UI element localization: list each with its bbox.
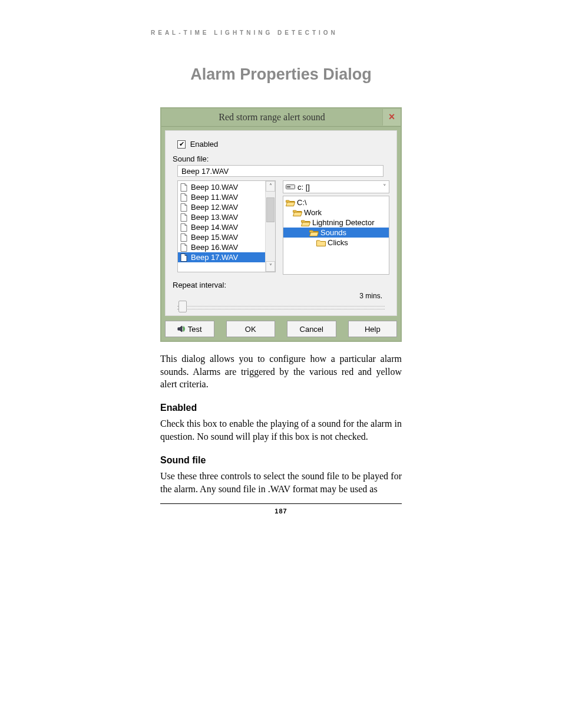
file-item[interactable]: Beep 11.WAV	[178, 192, 265, 202]
folder-closed-icon	[316, 239, 326, 247]
document-icon	[180, 183, 189, 192]
intro-paragraph: This dialog allows you to configure how …	[160, 353, 402, 391]
svg-rect-1	[287, 186, 290, 187]
folder-tree[interactable]: C:\WorkLightning DetectorSoundsClicks	[283, 196, 389, 275]
file-item-label: Beep 10.WAV	[191, 183, 238, 192]
tree-item[interactable]: Sounds	[283, 228, 389, 238]
page-title: Alarm Properties Dialog	[0, 65, 562, 84]
enabled-checkbox[interactable]: ✔	[177, 140, 186, 149]
test-button[interactable]: Test	[165, 321, 214, 337]
tree-item[interactable]: Clicks	[283, 238, 389, 248]
sound-file-input[interactable]: Beep 17.WAV	[177, 165, 384, 177]
repeat-interval-value: 3 mins.	[177, 292, 385, 300]
file-item-label: Beep 12.WAV	[191, 203, 238, 212]
file-item-label: Beep 15.WAV	[191, 233, 238, 242]
drive-label: c: []	[297, 183, 310, 192]
svg-marker-2	[178, 326, 182, 332]
scroll-track[interactable]	[266, 192, 275, 261]
soundfile-paragraph: Use these three controls to select the s…	[160, 470, 402, 495]
dialog-title: Red storm range alert sound	[161, 112, 382, 123]
tree-item-label: Sounds	[320, 228, 346, 237]
folder-open-icon	[309, 229, 319, 237]
document-icon	[180, 253, 189, 262]
folder-open-icon	[286, 199, 295, 207]
drive-combobox[interactable]: c: [] ˅	[283, 180, 389, 193]
file-item[interactable]: Beep 16.WAV	[178, 242, 265, 252]
close-icon: ×	[389, 111, 395, 123]
file-item[interactable]: Beep 17.WAV	[178, 252, 265, 262]
enabled-heading: Enabled	[160, 401, 402, 414]
dialog-titlebar: Red storm range alert sound ×	[161, 108, 401, 127]
enabled-paragraph: Check this box to enable the playing of …	[160, 417, 402, 443]
document-icon	[180, 203, 189, 212]
file-item-label: Beep 14.WAV	[191, 223, 238, 232]
document-icon	[180, 223, 189, 232]
folder-open-icon	[301, 219, 310, 227]
tree-item[interactable]: Work	[283, 207, 389, 218]
tree-item[interactable]: Lightning Detector	[283, 218, 389, 228]
sound-file-label: Sound file:	[173, 154, 389, 163]
chevron-down-icon: ˅	[383, 183, 386, 191]
file-item-label: Beep 13.WAV	[191, 213, 238, 222]
tree-item-label: Clicks	[328, 238, 348, 247]
file-item-label: Beep 11.WAV	[191, 193, 238, 202]
file-item[interactable]: Beep 10.WAV	[178, 182, 265, 192]
running-header: REAL-TIME LIGHTNING DETECTION	[151, 29, 562, 36]
repeat-interval-label: Repeat interval:	[173, 281, 389, 289]
tree-item-label: Work	[304, 208, 322, 217]
test-button-label: Test	[188, 325, 202, 334]
tree-item-label: Lightning Detector	[312, 218, 375, 227]
file-item[interactable]: Beep 12.WAV	[178, 202, 265, 212]
document-icon	[180, 233, 189, 242]
file-item[interactable]: Beep 14.WAV	[178, 222, 265, 232]
slider-thumb[interactable]	[178, 301, 187, 312]
document-icon	[180, 193, 189, 202]
close-button[interactable]: ×	[382, 109, 401, 126]
ok-button[interactable]: OK	[226, 321, 276, 337]
cancel-button[interactable]: Cancel	[287, 321, 336, 337]
file-list-scrollbar[interactable]: ˄ ˅	[265, 181, 275, 272]
cancel-button-label: Cancel	[300, 325, 323, 334]
tree-item-label: C:\	[297, 198, 307, 207]
help-button[interactable]: Help	[348, 321, 398, 337]
scroll-thumb[interactable]	[266, 197, 275, 222]
file-item[interactable]: Beep 13.WAV	[178, 212, 265, 222]
soundfile-heading: Sound file	[160, 454, 402, 467]
file-item[interactable]: Beep 15.WAV	[178, 232, 265, 242]
tree-item[interactable]: C:\	[283, 197, 389, 207]
ok-button-label: OK	[245, 325, 256, 334]
help-button-label: Help	[365, 325, 381, 334]
alarm-properties-dialog: Red storm range alert sound × ✔ Enabled …	[160, 107, 402, 342]
speaker-icon	[177, 325, 186, 333]
drive-icon	[286, 183, 295, 190]
repeat-interval-slider[interactable]	[177, 306, 385, 309]
folder-open-icon	[293, 209, 302, 217]
scroll-up-button[interactable]: ˄	[266, 181, 275, 192]
file-item-label: Beep 16.WAV	[191, 243, 238, 252]
page-number: 187	[160, 503, 402, 515]
enabled-label: Enabled	[190, 140, 219, 149]
file-item-label: Beep 17.WAV	[191, 253, 238, 262]
file-listbox[interactable]: Beep 10.WAVBeep 11.WAVBeep 12.WAVBeep 13…	[177, 180, 276, 272]
document-icon	[180, 243, 189, 252]
scroll-down-button[interactable]: ˅	[266, 261, 275, 272]
document-icon	[180, 213, 189, 222]
